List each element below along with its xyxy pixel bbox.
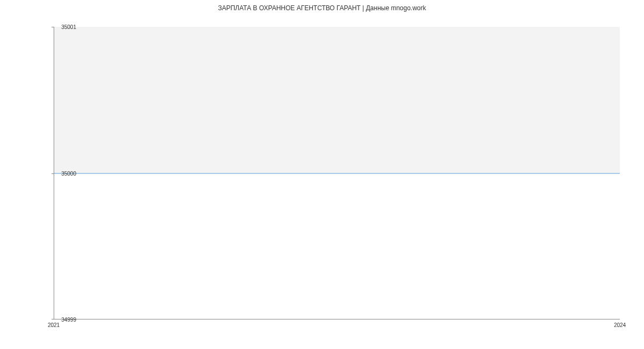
x-tick-label: 2024	[614, 322, 626, 328]
y-tick-label: 35000	[61, 170, 76, 176]
x-tick-label: 2021	[48, 322, 60, 328]
y-tick-mark	[52, 319, 54, 319]
chart-title: ЗАРПЛАТА В ОХРАННОЕ АГЕНТСТВО ГАРАНТ | Д…	[0, 4, 644, 12]
grid-band	[54, 27, 620, 173]
y-axis	[54, 27, 54, 319]
plot-area: 2021 2024	[54, 27, 620, 319]
y-tick-mark	[52, 27, 54, 27]
y-tick-label: 34999	[61, 317, 76, 323]
data-line	[54, 173, 620, 173]
y-tick-label: 35001	[61, 24, 76, 30]
x-axis	[54, 319, 620, 319]
y-tick-mark	[52, 173, 54, 174]
